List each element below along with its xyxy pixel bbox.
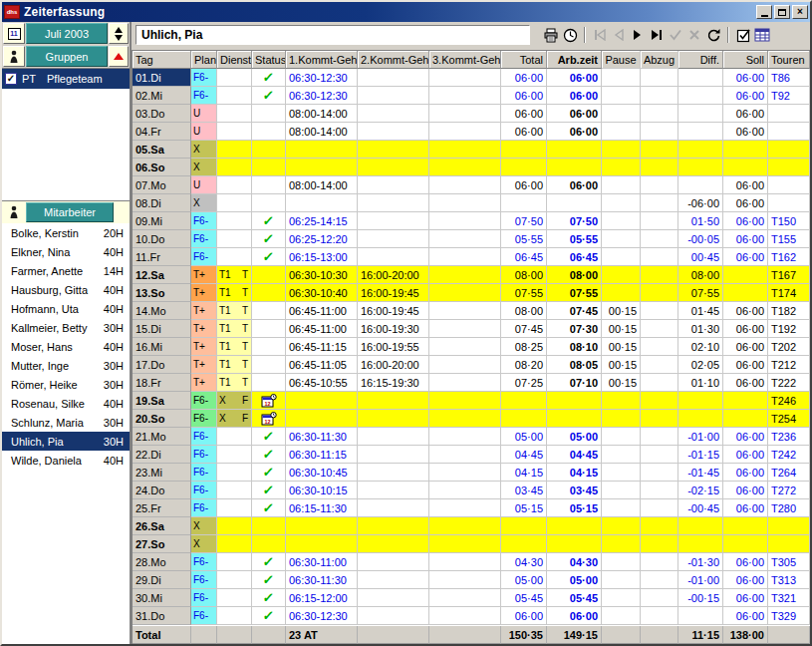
cell-kommt-geht-2[interactable] [358,212,429,230]
cell-kommt-geht-2[interactable] [358,392,429,410]
cell-status[interactable] [252,320,286,338]
cell-touren[interactable]: T192 [768,320,810,338]
cell-kommt-geht-2[interactable] [358,571,429,589]
cell-kommt-geht-3[interactable] [429,105,501,123]
cell-pause[interactable] [602,141,641,159]
cell-kommt-geht-2[interactable]: 16:15-19:30 [358,374,429,392]
cell-day[interactable]: 19.Sa [133,392,191,410]
cell-dienst[interactable] [217,589,252,607]
cell-pause[interactable]: 00·15 [602,374,641,392]
cell-kommt-geht-3[interactable] [429,571,501,589]
cell-total[interactable]: 07·25 [501,374,547,392]
cell-dienst[interactable] [217,499,252,517]
cell-day[interactable]: 18.Fr [133,374,191,392]
cell-kommt-geht-3[interactable] [429,338,501,356]
cell-plan[interactable]: X [191,535,217,553]
employee-list-item[interactable]: Römer, Heike30H [2,375,130,394]
cell-soll[interactable] [723,392,768,410]
cell-touren[interactable] [768,517,810,535]
cell-dienst[interactable] [217,517,252,535]
cell-kommt-geht-2[interactable]: 16:00-20:00 [358,266,429,284]
cell-dienst[interactable] [217,607,252,625]
cell-touren[interactable]: T167 [768,266,810,284]
cell-day[interactable]: 06.So [133,159,191,176]
cell-touren[interactable]: T182 [768,302,810,320]
cell-touren[interactable]: T86 [768,69,810,87]
cell-status[interactable]: ✓ [252,571,286,589]
group-item-pflegeteam[interactable]: ✓ PT Pflegeteam [2,69,130,89]
cell-arbzeit[interactable] [547,410,602,428]
cell-soll[interactable]: 06·00 [723,212,768,230]
cell-total[interactable]: 04·15 [501,464,547,482]
cell-total[interactable]: 04·30 [501,553,547,571]
cell-diff[interactable] [678,176,723,194]
cell-dienst[interactable] [217,428,252,446]
cell-soll[interactable]: 06·00 [723,248,768,266]
cell-kommt-geht-1[interactable] [286,392,358,410]
cell-arbzeit[interactable] [547,194,602,212]
nav-prev-button[interactable] [610,26,628,44]
column-header-diff-[interactable]: Diff. [678,51,723,69]
cell-plan[interactable]: F6- [191,248,217,266]
cell-status[interactable]: ✓ [252,499,286,517]
cell-touren[interactable]: T242 [768,446,810,464]
cell-day[interactable]: 23.Mi [133,464,191,482]
column-header-dienst[interactable]: Dienst [217,51,252,69]
cell-soll[interactable]: 06·00 [723,123,768,141]
cell-pause[interactable] [602,159,641,176]
cell-plan[interactable]: X [191,141,217,159]
cell-diff[interactable]: -00·05 [678,230,723,248]
cell-plan[interactable]: X [191,517,217,535]
cell-soll[interactable]: 06·00 [723,464,768,482]
cell-abzug[interactable] [641,212,678,230]
cell-soll[interactable]: 06·00 [723,356,768,374]
cell-kommt-geht-1[interactable] [286,535,358,553]
cell-pause[interactable] [602,212,641,230]
employee-list-item[interactable]: Schlunz, Maria30H [2,413,130,432]
cell-kommt-geht-1[interactable]: 06:15-13:00 [286,248,358,266]
cell-plan[interactable]: F6- [191,571,217,589]
cell-soll[interactable]: 06·00 [723,428,768,446]
cell-status[interactable]: ✓ [252,446,286,464]
cell-abzug[interactable] [641,553,678,571]
cell-diff[interactable] [678,392,723,410]
employees-button[interactable] [3,202,25,222]
cell-touren[interactable]: T202 [768,338,810,356]
cell-status[interactable]: ✓ [252,428,286,446]
cell-total[interactable]: 06·00 [501,87,547,105]
cell-status[interactable]: ✓ [252,87,286,105]
cell-kommt-geht-1[interactable]: 06:30-11:30 [286,428,358,446]
cell-kommt-geht-3[interactable] [429,410,501,428]
cell-diff[interactable]: -01·00 [678,571,723,589]
cell-plan[interactable]: U [191,105,217,123]
cell-soll[interactable]: 06·00 [723,320,768,338]
cell-abzug[interactable] [641,446,678,464]
cell-plan[interactable]: F6- [191,553,217,571]
cell-total[interactable]: 07·50 [501,212,547,230]
cell-dienst[interactable]: T1T [217,320,252,338]
cell-pause[interactable] [602,571,641,589]
cell-arbzeit[interactable]: 04·45 [547,446,602,464]
cell-kommt-geht-3[interactable] [429,230,501,248]
cell-total[interactable]: 06·00 [501,105,547,123]
cell-touren[interactable] [768,194,810,212]
cell-pause[interactable] [602,553,641,571]
cell-soll[interactable]: 06·00 [723,499,768,517]
cell-total[interactable] [501,392,547,410]
employee-list-item[interactable]: Elkner, Nina40H [2,242,130,261]
cell-plan[interactable]: T+ [191,320,217,338]
cell-arbzeit[interactable] [547,517,602,535]
cell-diff[interactable] [678,141,723,159]
cell-kommt-geht-1[interactable]: 06:30-10:15 [286,482,358,499]
cell-kommt-geht-3[interactable] [429,535,501,553]
column-header-status[interactable]: Status [252,51,286,69]
cell-dienst[interactable] [217,482,252,499]
cell-status[interactable] [252,176,286,194]
cell-kommt-geht-2[interactable] [358,248,429,266]
cell-diff[interactable] [678,517,723,535]
cell-kommt-geht-2[interactable]: 16:00-20:00 [358,356,429,374]
cell-arbzeit[interactable]: 06·45 [547,248,602,266]
cell-dienst[interactable]: T1T [217,266,252,284]
employee-name-field[interactable] [135,25,530,45]
cell-pause[interactable] [602,535,641,553]
